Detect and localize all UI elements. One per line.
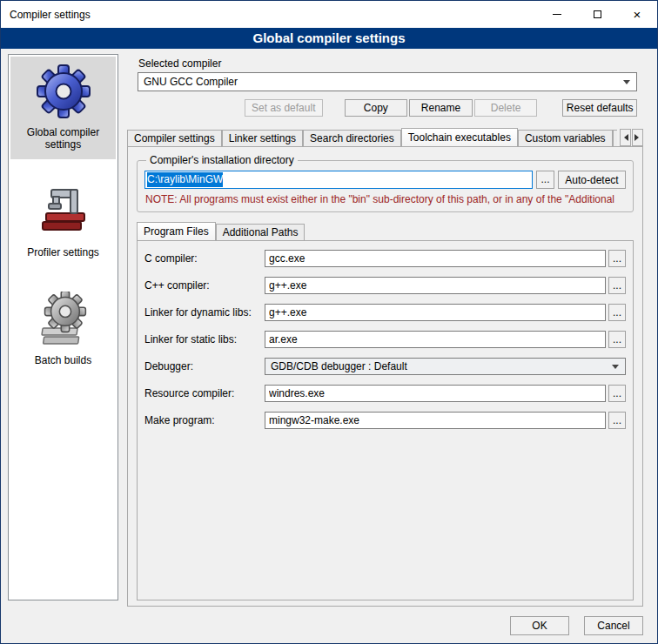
compiler-actions: Set as default Copy Rename Delete Reset … — [138, 99, 637, 117]
form-row-linker-static: Linker for static libs: ... — [144, 331, 626, 348]
linker-dynamic-browse-button[interactable]: ... — [608, 304, 626, 321]
main-content: Selected compiler GNU GCC Compiler Set a… — [127, 54, 643, 607]
debugger-dropdown[interactable]: GDB/CDB debugger : Default — [265, 358, 626, 375]
ok-button[interactable]: OK — [510, 616, 569, 635]
linker-static-browse-button[interactable]: ... — [608, 331, 626, 348]
minimize-icon — [553, 14, 561, 15]
dialog-footer: OK Cancel — [1, 607, 657, 644]
tab-search-directories[interactable]: Search directories — [303, 130, 401, 146]
maximize-button[interactable] — [577, 1, 617, 28]
resource-compiler-input[interactable] — [265, 385, 606, 402]
cancel-button[interactable]: Cancel — [584, 616, 643, 635]
form-row-cpp-compiler: C++ compiler: ... — [144, 277, 626, 294]
resource-compiler-label: Resource compiler: — [144, 387, 265, 399]
toolchain-executables-panel: Compiler's installation directory C:\ray… — [127, 146, 643, 607]
tab-compiler-settings[interactable]: Compiler settings — [127, 130, 222, 146]
make-program-label: Make program: — [144, 414, 265, 426]
dialog-body: Global compiler settings Profiler settin… — [1, 49, 657, 607]
arrow-left-icon — [621, 134, 628, 141]
minimize-button[interactable] — [537, 1, 577, 28]
cpp-compiler-input[interactable] — [265, 277, 606, 294]
c-compiler-input[interactable] — [265, 250, 606, 267]
titlebar: Compiler settings × — [1, 1, 657, 28]
gear-icon — [36, 64, 91, 119]
tab-build-options[interactable]: Build options — [613, 130, 617, 146]
sidebar-item-label: Batch builds — [35, 354, 91, 366]
toolchain-subtabbar: Program Files Additional Paths — [137, 221, 634, 240]
profiler-icon — [36, 184, 91, 239]
linker-dynamic-input[interactable] — [265, 304, 606, 321]
arrow-right-icon — [634, 134, 642, 141]
tab-linker-settings[interactable]: Linker settings — [222, 130, 303, 146]
sidebar-item-profiler-settings[interactable]: Profiler settings — [10, 177, 116, 267]
subtab-scroll-area: Program Files Additional Paths — [137, 221, 634, 240]
tab-toolchain-executables[interactable]: Toolchain executables — [401, 128, 518, 146]
tab-scroll-left-button[interactable] — [620, 129, 631, 146]
subtab-program-files[interactable]: Program Files — [137, 222, 216, 240]
program-files-panel: C compiler: ... C++ compiler: ... — [137, 240, 634, 600]
make-program-input[interactable] — [265, 412, 606, 429]
tab-custom-variables[interactable]: Custom variables — [518, 130, 613, 146]
batch-builds-icon — [36, 292, 91, 347]
form-row-c-compiler: C compiler: ... — [144, 250, 626, 267]
set-as-default-button[interactable]: Set as default — [245, 99, 323, 117]
sidebar-item-label: Profiler settings — [27, 246, 99, 258]
linker-dynamic-label: Linker for dynamic libs: — [144, 306, 265, 319]
c-compiler-browse-button[interactable]: ... — [608, 250, 626, 267]
delete-button[interactable]: Delete — [474, 99, 538, 117]
form-row-resource-compiler: Resource compiler: ... — [144, 385, 626, 402]
selected-compiler-label: Selected compiler — [138, 57, 637, 70]
debugger-value: GDB/CDB debugger : Default — [271, 360, 407, 372]
installation-directory-input[interactable]: C:\raylib\MinGW — [144, 171, 533, 189]
copy-button[interactable]: Copy — [345, 99, 408, 117]
compiler-settings-window: Compiler settings × Global compiler sett… — [0, 0, 658, 644]
form-row-make-program: Make program: ... — [144, 412, 626, 429]
tab-scroll-area: Compiler settings Linker settings Search… — [127, 127, 617, 146]
tab-scroll-right-button[interactable] — [632, 129, 643, 146]
linker-static-label: Linker for static libs: — [144, 333, 265, 345]
installation-directory-legend: Compiler's installation directory — [146, 154, 298, 166]
chevron-down-icon — [612, 365, 619, 372]
close-button[interactable]: × — [617, 1, 657, 28]
cpp-compiler-label: C++ compiler: — [144, 279, 265, 292]
selected-compiler-value: GNU GCC Compiler — [144, 76, 238, 88]
selected-compiler-section: Selected compiler GNU GCC Compiler Set a… — [138, 54, 637, 117]
close-icon: × — [634, 8, 641, 21]
sidebar-item-label: Global compiler settings — [12, 126, 114, 151]
reset-defaults-button[interactable]: Reset defaults — [562, 99, 637, 117]
subtab-additional-paths[interactable]: Additional Paths — [216, 224, 306, 240]
resource-compiler-browse-button[interactable]: ... — [608, 385, 626, 402]
installation-directory-row: C:\raylib\MinGW ... Auto-detect — [144, 171, 626, 189]
selected-compiler-dropdown[interactable]: GNU GCC Compiler — [138, 72, 637, 91]
tab-scroll-buttons — [620, 129, 643, 146]
window-title: Compiler settings — [1, 9, 91, 21]
window-controls: × — [537, 1, 657, 28]
installation-note: NOTE: All programs must exist either in … — [145, 193, 626, 205]
cpp-compiler-browse-button[interactable]: ... — [608, 277, 626, 294]
rename-button[interactable]: Rename — [409, 99, 473, 117]
c-compiler-label: C compiler: — [144, 252, 265, 265]
sidebar-item-global-compiler-settings[interactable]: Global compiler settings — [10, 57, 116, 159]
auto-detect-button[interactable]: Auto-detect — [558, 171, 626, 189]
linker-static-input[interactable] — [265, 331, 606, 348]
debugger-label: Debugger: — [144, 360, 265, 372]
maximize-icon — [594, 10, 601, 18]
sidebar-item-batch-builds[interactable]: Batch builds — [10, 285, 116, 375]
settings-tabbar: Compiler settings Linker settings Search… — [127, 127, 643, 146]
make-program-browse-button[interactable]: ... — [608, 412, 626, 429]
form-row-linker-dynamic: Linker for dynamic libs: ... — [144, 304, 626, 321]
page-title: Global compiler settings — [1, 28, 657, 49]
chevron-down-icon — [623, 80, 630, 88]
installation-directory-group: Compiler's installation directory C:\ray… — [137, 154, 634, 212]
installation-directory-value: C:\raylib\MinGW — [147, 172, 223, 187]
browse-directory-button[interactable]: ... — [536, 171, 554, 189]
form-row-debugger: Debugger: GDB/CDB debugger : Default — [144, 358, 626, 375]
settings-category-sidebar: Global compiler settings Profiler settin… — [8, 54, 118, 600]
